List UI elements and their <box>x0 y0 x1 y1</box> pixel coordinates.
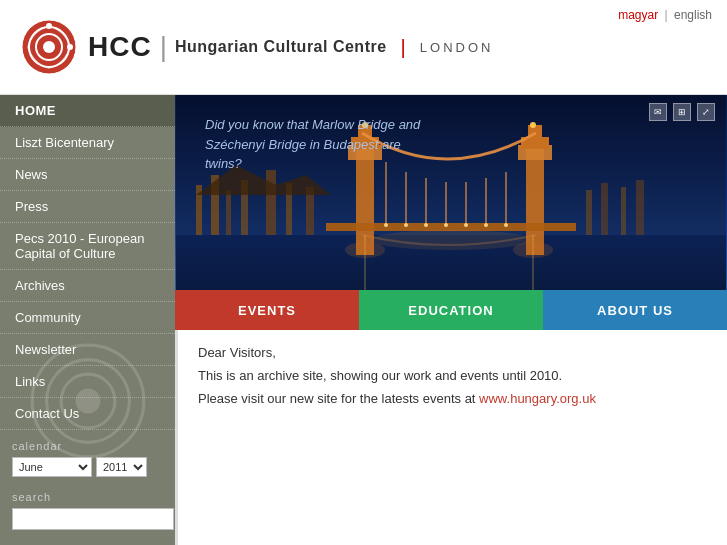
tab-about[interactable]: ABOUT US <box>543 290 727 330</box>
svg-rect-47 <box>636 180 644 235</box>
welcome-line2: This is an archive site, showing our wor… <box>198 368 707 383</box>
nav-tabs: EVENTS EDUCATION ABOUT US <box>175 290 727 330</box>
centre-full-name: Hungarian Cultural Centre <box>175 38 387 56</box>
calendar-month-select[interactable]: JanuaryFebruaryMarchAprilMayJuneJulyAugu… <box>12 457 92 477</box>
english-label: english <box>674 8 712 22</box>
print-icon[interactable]: ⊞ <box>673 103 691 121</box>
tab-events[interactable]: EVENTS <box>175 290 359 330</box>
svg-point-3 <box>43 41 55 53</box>
welcome-line3: Please visit our new site for the latest… <box>198 391 707 406</box>
welcome-line1: Dear Visitors, <box>198 345 707 360</box>
svg-point-36 <box>530 122 536 128</box>
svg-rect-44 <box>586 190 592 235</box>
welcome-area: Dear Visitors, This is an archive site, … <box>175 330 727 545</box>
sidebar-item-newsletter[interactable]: Newsletter <box>0 334 175 366</box>
search-row: 🔍 <box>12 508 163 530</box>
hcc-abbreviation: HCC <box>88 31 152 63</box>
email-icon[interactable]: ✉ <box>649 103 667 121</box>
header-sep1: | <box>160 31 167 63</box>
header: magyar | english HCC | Hungarian Cultura… <box>0 0 727 95</box>
lang-separator: | <box>665 8 668 22</box>
sidebar-item-home[interactable]: HOME <box>0 95 175 127</box>
magyar-link[interactable]: magyar <box>618 8 658 22</box>
sidebar-item-liszt[interactable]: Liszt Bicentenary <box>0 127 175 159</box>
svg-rect-39 <box>226 190 231 235</box>
svg-rect-45 <box>601 183 608 235</box>
language-bar: magyar | english <box>618 8 712 22</box>
sidebar: HOMELiszt BicentenaryNewsPressPecs 2010 … <box>0 95 175 545</box>
sidebar-nav: HOMELiszt BicentenaryNewsPressPecs 2010 … <box>0 95 175 430</box>
logo-text: HCC | Hungarian Cultural Centre | LONDON <box>88 31 493 63</box>
svg-point-52 <box>371 230 531 250</box>
sidebar-nav-list: HOMELiszt BicentenaryNewsPressPecs 2010 … <box>0 95 175 430</box>
london-label: LONDON <box>420 40 494 55</box>
svg-point-5 <box>67 44 73 50</box>
svg-point-28 <box>384 223 388 227</box>
svg-rect-46 <box>621 187 626 235</box>
hero-icons: ✉ ⊞ ⤢ <box>649 103 715 121</box>
calendar-section: calendar JanuaryFebruaryMarchAprilMayJun… <box>0 430 175 483</box>
content-area: Did you know that Marlow Bridge and Széc… <box>175 95 727 545</box>
svg-point-33 <box>484 223 488 227</box>
logo: HCC | Hungarian Cultural Centre | LONDON <box>20 18 493 76</box>
svg-point-34 <box>504 223 508 227</box>
hero-area: Did you know that Marlow Bridge and Széc… <box>175 95 727 290</box>
svg-point-30 <box>424 223 428 227</box>
sidebar-item-archives[interactable]: Archives <box>0 270 175 302</box>
calendar-selects: JanuaryFebruaryMarchAprilMayJuneJulyAugu… <box>12 457 163 477</box>
main-layout: HOMELiszt BicentenaryNewsPressPecs 2010 … <box>0 95 727 545</box>
svg-point-29 <box>404 223 408 227</box>
sidebar-item-contact[interactable]: Contact Us <box>0 398 175 430</box>
hungary-website-link[interactable]: www.hungary.org.uk <box>479 391 596 406</box>
hero-quote: Did you know that Marlow Bridge and Széc… <box>205 115 425 174</box>
tab-education[interactable]: EDUCATION <box>359 290 543 330</box>
sidebar-item-press[interactable]: Press <box>0 191 175 223</box>
svg-point-4 <box>46 23 52 29</box>
svg-point-31 <box>444 223 448 227</box>
svg-rect-27 <box>326 223 576 231</box>
svg-point-50 <box>345 242 385 258</box>
calendar-label: calendar <box>12 440 163 452</box>
search-input[interactable] <box>12 508 174 530</box>
calendar-year-select[interactable]: 20082009201020112012 <box>96 457 147 477</box>
sidebar-item-community[interactable]: Community <box>0 302 175 334</box>
search-label: search <box>12 491 163 503</box>
sidebar-item-pecs[interactable]: Pecs 2010 - European Capital of Culture <box>0 223 175 270</box>
svg-point-32 <box>464 223 468 227</box>
hcc-logo-icon <box>20 18 78 76</box>
sidebar-item-news[interactable]: News <box>0 159 175 191</box>
header-sep2: | <box>401 36 406 59</box>
welcome-line3-text: Please visit our new site for the latest… <box>198 391 479 406</box>
resize-icon[interactable]: ⤢ <box>697 103 715 121</box>
svg-rect-41 <box>266 170 276 235</box>
search-section: search 🔍 <box>0 483 175 538</box>
sidebar-item-links[interactable]: Links <box>0 366 175 398</box>
